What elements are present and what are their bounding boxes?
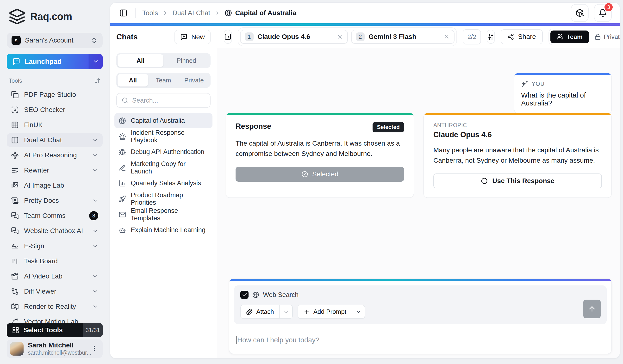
visibility-toggle: Team Private xyxy=(549,29,620,45)
settings-button[interactable] xyxy=(487,30,495,44)
users-icon xyxy=(557,33,563,40)
chat-item-marketing-copy-for-launch[interactable]: Marketing Copy for Launch xyxy=(114,160,212,175)
response-accent-bar xyxy=(424,113,611,115)
package-search-button[interactable] xyxy=(571,4,589,22)
notification-count-badge: 3 xyxy=(603,2,614,12)
chats-title: Chats xyxy=(116,32,138,41)
web-search-checkbox[interactable] xyxy=(240,291,248,299)
sidebar-item-ai-image-lab[interactable]: AI Image Lab xyxy=(7,179,103,192)
model-title: Claude Opus 4.6 xyxy=(433,130,602,139)
chevron-down-icon xyxy=(92,197,98,204)
tab-all-chats[interactable]: All xyxy=(117,74,148,86)
send-button[interactable] xyxy=(583,300,601,318)
sliders-icon xyxy=(487,33,494,40)
notifications-button[interactable]: 3 xyxy=(594,4,612,22)
sidebar-item-e-sign[interactable]: E-Sign xyxy=(7,239,103,253)
user-menu-button[interactable] xyxy=(90,343,99,354)
collapse-panel-button[interactable] xyxy=(224,30,232,44)
chat-item-quarterly-sales-analysis[interactable]: Quarterly Sales Analysis xyxy=(114,176,212,191)
chat-area: 1 Claude Opus 4.6 2 Gemini 3 Flash xyxy=(217,26,620,359)
images-icon xyxy=(11,182,19,189)
share-button[interactable]: Share xyxy=(501,29,543,44)
globe-icon xyxy=(225,9,232,17)
bar-chart-icon xyxy=(119,180,126,187)
private-toggle[interactable]: Private xyxy=(590,30,620,43)
list-checks-icon xyxy=(11,167,19,174)
tab-team-chats[interactable]: Team xyxy=(148,74,178,86)
switch-camera-icon xyxy=(11,303,19,310)
breadcrumb-dual-ai-chat[interactable]: Dual AI Chat xyxy=(172,9,210,17)
sidebar-item-seo-checker[interactable]: SEO Checker xyxy=(7,103,103,117)
attach-dropdown[interactable] xyxy=(280,305,292,318)
model-toolbar: 1 Claude Opus 4.6 2 Gemini 3 Flash xyxy=(217,26,620,48)
breadcrumb: Tools Dual AI Chat Capital of Australia xyxy=(142,9,296,17)
sidebar: Raq.com s Sarah's Account Launchpad Tool… xyxy=(0,0,110,364)
user-name: Sarah Mitchell xyxy=(28,342,85,349)
waypoints-icon xyxy=(11,151,19,159)
user-profile-card[interactable]: Sarah Mitchell sarah.mitchell@westbur... xyxy=(7,340,103,358)
new-chat-button[interactable]: New xyxy=(175,30,211,44)
sidebar-item-dual-ai-chat[interactable]: Dual AI Chat xyxy=(7,133,103,147)
add-prompt-dropdown[interactable] xyxy=(352,305,365,318)
breadcrumb-tools[interactable]: Tools xyxy=(142,9,158,17)
globe-icon xyxy=(119,117,126,125)
chat-item-incident-response-playbook[interactable]: Incident Response Playbook xyxy=(114,129,212,144)
chat-item-debug-api-authentication[interactable]: Debug API Authentication xyxy=(114,144,212,160)
account-switcher[interactable]: s Sarah's Account xyxy=(7,33,103,48)
close-icon[interactable] xyxy=(337,34,343,40)
composer: Web Search Attach xyxy=(229,278,612,354)
launchpad-dropdown[interactable] xyxy=(89,54,103,69)
close-icon[interactable] xyxy=(444,34,450,40)
tab-pinned[interactable]: Pinned xyxy=(163,54,209,67)
bug-icon xyxy=(119,149,126,156)
sidebar-item-team-comms[interactable]: Team Comms 3 xyxy=(7,209,103,222)
chevron-down-icon xyxy=(283,309,289,315)
sidebar-toggle-button[interactable] xyxy=(118,8,128,18)
sidebar-item-render-to-reality[interactable]: Render to Reality xyxy=(7,300,103,313)
selected-button[interactable]: Selected xyxy=(236,167,404,182)
chat-item-product-roadmap-priorities[interactable]: Product Roadmap Priorities xyxy=(114,191,212,206)
panel-collapse-icon xyxy=(224,33,231,40)
chat-item-capital-of-australia[interactable]: Capital of Australia xyxy=(114,113,212,128)
web-search-label: Web Search xyxy=(263,291,299,299)
divider xyxy=(135,8,135,18)
search-icon xyxy=(122,97,128,104)
launchpad-button[interactable]: Launchpad xyxy=(7,54,103,69)
app-header: Tools Dual AI Chat Capital of Australia … xyxy=(110,3,620,23)
model-chip-gemini[interactable]: 2 Gemini 3 Flash xyxy=(351,30,454,44)
sidebar-item-pretty-docs[interactable]: Pretty Docs xyxy=(7,194,103,207)
scroll-text-icon xyxy=(11,197,19,204)
use-this-response-button[interactable]: Use This Response xyxy=(433,173,602,188)
sidebar-item-finuk[interactable]: FinUK xyxy=(7,118,103,132)
select-tools-button[interactable]: Select Tools 31/31 xyxy=(7,323,103,337)
chevron-down-icon xyxy=(92,152,98,158)
chat-item-email-response-templates[interactable]: Email Response Templates xyxy=(114,207,212,222)
sidebar-item-ai-pro-reasoning[interactable]: AI Pro Reasoning xyxy=(7,149,103,162)
search-input[interactable] xyxy=(132,97,217,104)
sidebar-item-diff-viewer[interactable]: Diff Viewer xyxy=(7,285,103,298)
team-toggle[interactable]: Team xyxy=(550,30,589,43)
sidebar-item-rewriter[interactable]: Rewriter xyxy=(7,164,103,177)
model-chip-claude[interactable]: 1 Claude Opus 4.6 xyxy=(240,30,348,44)
attach-button[interactable]: Attach xyxy=(240,305,293,319)
chevron-down-icon xyxy=(92,58,99,65)
sidebar-item-pdf-page-studio[interactable]: PDF Page Studio xyxy=(7,88,103,101)
add-prompt-button[interactable]: Add Prompt xyxy=(298,305,365,319)
chat-item-explain-machine-learning[interactable]: Explain Machine Learning xyxy=(114,222,212,238)
chevron-right-icon xyxy=(162,10,168,16)
user-message-text: What is the capital of Australia? xyxy=(521,91,605,107)
check-icon xyxy=(242,292,247,298)
pages-icon xyxy=(11,91,19,99)
chevron-down-icon xyxy=(92,228,98,234)
sidebar-item-task-board[interactable]: Task Board xyxy=(7,255,103,268)
response-accent-bar xyxy=(226,113,414,115)
sidebar-item-website-chatbox-ai[interactable]: Website Chatbox AI xyxy=(7,224,103,238)
tab-all[interactable]: All xyxy=(117,54,163,67)
model-index-badge: 1 xyxy=(245,32,254,41)
visibility-filter-tabs: All Team Private xyxy=(116,73,211,88)
tab-private-chats[interactable]: Private xyxy=(179,74,209,86)
chevrons-up-down-icon xyxy=(91,37,98,44)
sort-icon[interactable] xyxy=(94,78,100,84)
sidebar-item-ai-video-lab[interactable]: AI Video Lab xyxy=(7,270,103,283)
composer-input[interactable]: How can I help you today? xyxy=(229,329,611,351)
